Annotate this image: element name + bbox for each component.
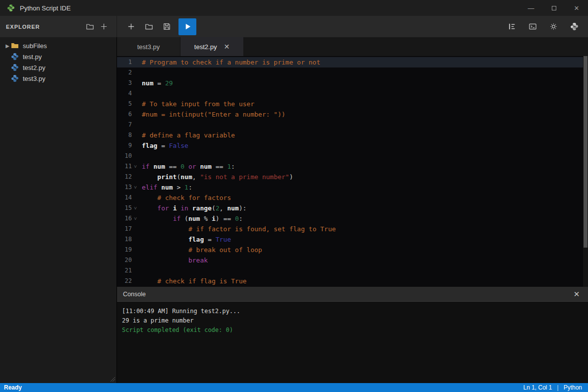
header-band: EXPLORER — [0, 16, 588, 37]
code-editor[interactable]: 1# Program to check if a number is prime… — [117, 56, 588, 287]
line-number: 6 — [117, 109, 132, 120]
fold-chevron-icon — [132, 245, 139, 255]
tab-test3.py[interactable]: test3.py — [117, 37, 180, 56]
theme-toggle-button[interactable] — [546, 20, 560, 34]
console-title: Console — [123, 291, 146, 298]
app-title: Python Script IDE — [20, 4, 71, 12]
plus-icon — [127, 22, 135, 31]
file-tree: ▶ subFiles test.py test2.py test3.py — [0, 37, 117, 84]
fold-chevron-icon — [132, 99, 139, 109]
save-button[interactable] — [160, 20, 174, 34]
console-header: Console ✕ — [117, 287, 588, 302]
fold-chevron-icon — [132, 67, 139, 78]
code-text: if (num % i) == 0: — [139, 213, 243, 224]
explorer-header: EXPLORER — [0, 16, 117, 37]
python-tools-button[interactable] — [567, 20, 581, 34]
tab-test2.py[interactable]: test2.py✕ — [180, 37, 244, 56]
sidebar-resize-grip[interactable] — [110, 376, 116, 382]
code-line-22[interactable]: 22 # check if flag is True — [117, 276, 588, 286]
status-cursor-position[interactable]: Ln 1, Col 1 — [523, 384, 552, 391]
code-text — [139, 88, 142, 99]
code-line-9[interactable]: 9flag = False — [117, 140, 588, 151]
code-line-12[interactable]: 12 print(num, "is not a prime number") — [117, 172, 588, 182]
code-line-19[interactable]: 19 # break out of loop — [117, 245, 588, 255]
code-line-20[interactable]: 20 break — [117, 255, 588, 265]
code-line-13[interactable]: 13˅elif num > 1: — [117, 182, 588, 193]
code-line-4[interactable]: 4 — [117, 88, 588, 99]
code-line-17[interactable]: 17 # if factor is found, set flag to Tru… — [117, 224, 588, 234]
line-number: 10 — [117, 151, 132, 161]
python-file-icon — [11, 74, 19, 82]
fold-chevron-icon — [132, 57, 139, 67]
code-line-6[interactable]: 6#num = int(input("Enter a number: ")) — [117, 109, 588, 120]
tree-item-label: test2.py — [23, 64, 46, 71]
code-line-2[interactable]: 2 — [117, 67, 588, 78]
code-line-18[interactable]: 18 flag = True — [117, 234, 588, 245]
fold-chevron-icon[interactable]: ˅ — [132, 161, 139, 172]
code-line-10[interactable]: 10 — [117, 151, 588, 161]
tree-item-folder[interactable]: ▶ subFiles — [0, 40, 117, 51]
close-button[interactable]: ✕ — [565, 0, 588, 16]
code-line-11[interactable]: 11˅if num == 0 or num == 1: — [117, 161, 588, 172]
line-number: 3 — [117, 78, 132, 88]
code-line-8[interactable]: 8# define a flag variable — [117, 130, 588, 140]
fold-chevron-icon — [132, 234, 139, 245]
explorer-add-button[interactable] — [97, 20, 111, 34]
code-line-7[interactable]: 7 — [117, 120, 588, 130]
code-line-5[interactable]: 5# To take input from the user — [117, 99, 588, 109]
code-line-1[interactable]: 1# Program to check if a number is prime… — [117, 57, 588, 67]
minimize-button[interactable]: — — [520, 0, 542, 16]
tree-item-test3.py[interactable]: test3.py — [0, 73, 117, 84]
terminal-toggle-button[interactable] — [526, 20, 539, 34]
app-window: Python Script IDE — ✕ EXPLORER — [0, 0, 588, 392]
open-file-button[interactable] — [142, 20, 156, 34]
line-number: 5 — [117, 99, 132, 109]
code-text — [139, 265, 142, 276]
console-line: 29 is a prime number — [122, 316, 588, 326]
code-text: # To take input from the user — [139, 99, 254, 109]
tab-close-icon[interactable]: ✕ — [224, 43, 230, 51]
save-icon — [163, 22, 171, 31]
console-panel: Console ✕ [11:00:49 AM] Running test2.py… — [117, 287, 588, 383]
fold-chevron-icon — [132, 151, 139, 161]
fold-chevron-icon — [132, 120, 139, 130]
explorer-sidebar: ▶ subFiles test.py test2.py test3.py — [0, 37, 117, 383]
scrollbar-thumb[interactable] — [584, 56, 588, 248]
new-file-button[interactable] — [124, 20, 138, 34]
line-number: 13 — [117, 182, 132, 193]
status-ready: Ready — [0, 384, 22, 391]
fold-chevron-icon[interactable]: ˅ — [132, 203, 139, 213]
status-language[interactable]: Python — [564, 384, 582, 391]
title-bar: Python Script IDE — ✕ — [0, 0, 588, 16]
fold-chevron-icon[interactable]: ˅ — [132, 213, 139, 224]
editor-scrollbar[interactable] — [583, 56, 588, 287]
code-text: break — [139, 255, 208, 265]
fold-chevron-icon — [132, 224, 139, 234]
tab-label: test3.py — [137, 43, 160, 51]
format-code-button[interactable] — [505, 20, 519, 34]
maximize-button[interactable] — [542, 0, 565, 16]
tree-item-test.py[interactable]: test.py — [0, 51, 117, 62]
code-line-21[interactable]: 21 — [117, 265, 588, 276]
fold-chevron-icon — [132, 276, 139, 286]
console-line: Script completed (exit code: 0) — [122, 326, 588, 335]
sun-icon — [549, 22, 558, 31]
code-text: elif num > 1: — [139, 182, 192, 193]
fold-chevron-icon — [132, 140, 139, 151]
line-number: 2 — [117, 67, 132, 78]
line-number: 1 — [117, 57, 132, 67]
console-close-button[interactable]: ✕ — [571, 290, 582, 299]
tree-item-test2.py[interactable]: test2.py — [0, 62, 117, 73]
line-number: 16 — [117, 213, 132, 224]
line-number: 8 — [117, 130, 132, 140]
run-button[interactable] — [178, 18, 196, 35]
new-folder-button[interactable] — [83, 20, 97, 34]
code-line-14[interactable]: 14 # check for factors — [117, 193, 588, 203]
code-line-3[interactable]: 3num = 29 — [117, 78, 588, 88]
line-number: 17 — [117, 224, 132, 234]
code-line-15[interactable]: 15˅ for i in range(2, num): — [117, 203, 588, 213]
line-number: 19 — [117, 245, 132, 255]
code-line-16[interactable]: 16˅ if (num % i) == 0: — [117, 213, 588, 224]
fold-chevron-icon[interactable]: ˅ — [132, 182, 139, 193]
fold-chevron-icon — [132, 109, 139, 120]
